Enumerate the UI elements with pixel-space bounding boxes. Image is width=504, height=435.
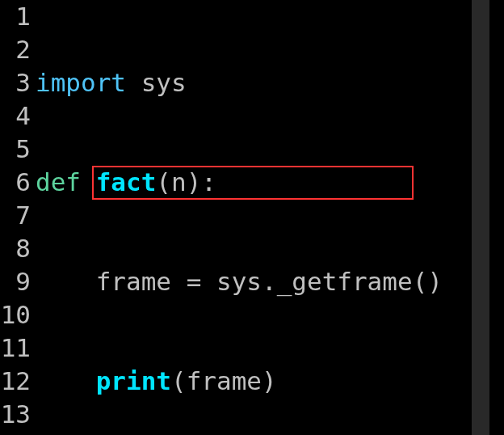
- line-number: 5: [0, 133, 31, 166]
- line-number: 13: [0, 398, 31, 431]
- line-number: 6: [0, 166, 31, 199]
- call-expression: sys._getframe: [216, 267, 413, 296]
- line-number: 7: [0, 199, 31, 232]
- code-line: print(frame): [36, 365, 504, 398]
- code-editor: 1 2 3 4 5 6 7 8 9 10 11 12 13 import sys…: [0, 0, 504, 435]
- line-number: 11: [0, 332, 31, 365]
- variable: frame: [96, 267, 171, 296]
- keyword-def: def: [36, 167, 81, 196]
- line-number: 8: [0, 232, 31, 265]
- line-number: 2: [0, 33, 31, 66]
- line-number: 10: [0, 298, 31, 332]
- line-number: 12: [0, 365, 31, 398]
- module-name: sys: [141, 68, 187, 97]
- code-line: frame = sys._getframe(): [36, 265, 504, 298]
- line-number: 4: [0, 99, 31, 133]
- code-area[interactable]: import sys def fact(n): frame = sys._get…: [36, 0, 504, 435]
- builtin-print: print: [96, 366, 171, 395]
- keyword-import: import: [36, 68, 126, 97]
- code-line: def fact(n):: [36, 166, 504, 199]
- argument: frame: [187, 366, 262, 395]
- line-number: 1: [0, 0, 31, 33]
- parameter: n: [171, 167, 187, 196]
- line-number: 9: [0, 265, 31, 298]
- line-number-gutter: 1 2 3 4 5 6 7 8 9 10 11 12 13: [0, 0, 36, 435]
- function-name: fact: [96, 167, 157, 196]
- line-number: 3: [0, 66, 31, 99]
- scrollbar-vertical[interactable]: [472, 0, 489, 435]
- code-line: import sys: [36, 66, 504, 99]
